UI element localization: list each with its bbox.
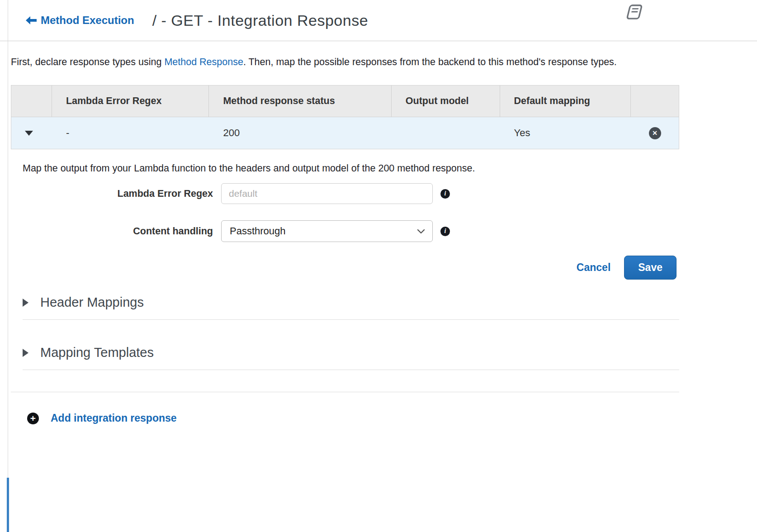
left-scrollbar-segment[interactable] <box>7 478 9 532</box>
cell-lambda-error-regex: - <box>52 127 209 139</box>
delete-response-icon[interactable]: ✕ <box>649 127 661 139</box>
lambda-error-regex-input[interactable] <box>221 183 433 204</box>
page-title: / - GET - Integration Response <box>152 12 368 29</box>
content-handling-row: Content handling Passthrough i <box>11 220 679 242</box>
info-icon[interactable]: i <box>440 189 450 199</box>
back-link-label: Method Execution <box>41 14 134 27</box>
column-header-output-model: Output model <box>392 86 500 117</box>
intro-text: First, declare response types using Meth… <box>11 54 676 71</box>
expand-caret-icon <box>23 349 28 357</box>
cancel-button[interactable]: Cancel <box>577 261 610 274</box>
divider <box>23 370 679 370</box>
section-header-mappings-label: Header Mappings <box>40 295 144 310</box>
section-mapping-templates[interactable]: Mapping Templates <box>11 345 679 360</box>
column-header-expand <box>11 86 52 117</box>
lambda-error-regex-label: Lambda Error Regex <box>11 188 221 200</box>
method-execution-back-link[interactable]: Method Execution <box>26 14 134 27</box>
divider <box>23 319 679 320</box>
row-expand-cell <box>11 131 52 136</box>
table-header-row: Lambda Error Regex Method response statu… <box>11 86 679 117</box>
integration-responses-table: Lambda Error Regex Method response statu… <box>11 85 679 149</box>
content-handling-selected-value: Passthrough <box>230 225 286 237</box>
chevron-down-icon <box>417 229 425 234</box>
cell-default-mapping: Yes <box>500 127 631 139</box>
form-actions: Cancel Save <box>11 256 679 280</box>
back-arrow-icon <box>26 16 37 25</box>
content-handling-select[interactable]: Passthrough <box>221 220 433 242</box>
book-icon[interactable] <box>625 4 644 22</box>
collapse-caret-icon[interactable] <box>25 131 33 136</box>
cell-method-response-status: 200 <box>209 127 391 139</box>
column-header-method-response-status: Method response status <box>209 86 391 117</box>
expanded-response-panel: Map the output from your Lambda function… <box>11 149 679 370</box>
section-header-mappings[interactable]: Header Mappings <box>11 295 679 310</box>
plus-icon: + <box>27 413 39 424</box>
save-button[interactable]: Save <box>624 256 677 280</box>
add-integration-response[interactable]: + Add integration response <box>27 412 757 424</box>
row-actions-cell: ✕ <box>631 127 679 139</box>
panel-description: Map the output from your Lambda function… <box>11 149 679 174</box>
section-mapping-templates-label: Mapping Templates <box>40 345 154 360</box>
column-header-actions <box>631 86 679 117</box>
table-row[interactable]: - 200 Yes ✕ <box>11 117 679 149</box>
page-header: Method Execution / - GET - Integration R… <box>0 0 757 41</box>
add-integration-response-link[interactable]: Add integration response <box>51 412 177 424</box>
lambda-error-regex-row: Lambda Error Regex i <box>11 183 679 204</box>
content-handling-label: Content handling <box>11 226 221 237</box>
column-header-lambda-error-regex: Lambda Error Regex <box>52 86 209 117</box>
intro-before: First, declare response types using <box>11 57 164 67</box>
expand-caret-icon <box>23 299 28 307</box>
column-header-default-mapping: Default mapping <box>500 86 631 117</box>
info-icon[interactable]: i <box>440 227 450 236</box>
divider <box>11 392 679 392</box>
intro-after: . Then, map the possible responses from … <box>243 57 617 67</box>
method-response-link[interactable]: Method Response <box>164 57 243 67</box>
left-pane-border <box>8 0 8 532</box>
